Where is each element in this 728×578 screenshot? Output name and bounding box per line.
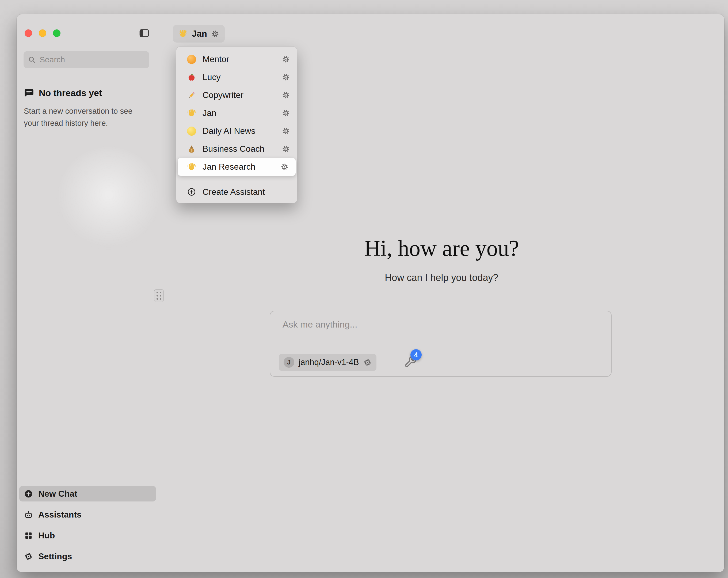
gear-icon[interactable] [282,91,290,99]
gear-icon[interactable] [282,55,290,64]
menu-item-jan[interactable]: Jan [176,104,297,122]
assistant-settings-gear-icon[interactable] [211,30,219,38]
main-area: Jan Mentor Lucy Cop [159,14,724,572]
waving-hand-emoji [178,29,188,39]
yellow-circle-emoji [187,127,196,136]
desktop-background: No threads yet Start a new conversation … [0,0,728,578]
sidebar-item-label: Settings [38,552,72,561]
money-bag-emoji [187,145,196,154]
sidebar-item-hub[interactable]: Hub [19,528,156,543]
assistants-icon [24,510,33,519]
sidebar-resize-handle[interactable] [154,289,164,302]
window-controls [25,29,60,37]
menu-item-jan-research[interactable]: Jan Research [178,158,296,176]
sidebar-item-label: Hub [38,531,55,541]
zoom-window-button[interactable] [53,29,60,37]
gear-icon[interactable] [282,73,290,81]
chat-input[interactable] [282,319,591,344]
greeting-title: Hi, how are you? [159,235,724,261]
gear-icon[interactable] [282,109,290,117]
pencil-emoji [187,91,196,100]
assistant-name: Jan [192,29,207,39]
model-avatar: J [284,357,294,368]
gear-icon[interactable] [280,163,289,171]
model-name: janhq/Jan-v1-4B [298,357,359,367]
menu-item-label: Daily AI News [203,126,275,136]
menu-item-label: Mentor [203,54,275,64]
greeting-subtitle: How can I help you today? [159,272,724,283]
background-glow [57,148,159,252]
sidebar-item-new-chat[interactable]: New Chat [19,486,156,501]
menu-item-daily-ai-news[interactable]: Daily AI News [176,122,297,140]
waving-hand-emoji [187,162,196,172]
close-window-button[interactable] [25,29,32,37]
model-selector[interactable]: J janhq/Jan-v1-4B [279,354,376,371]
sidebar-item-settings[interactable]: Settings [19,549,156,564]
sidebar-toggle-icon[interactable] [138,28,150,39]
search-input[interactable] [39,55,145,65]
menu-item-label: Copywriter [203,90,275,100]
menu-item-label: Jan [203,108,275,118]
menu-item-label: Lucy [203,72,275,82]
red-apple-emoji [187,73,196,82]
plus-circle-outline-icon [187,187,196,196]
sidebar: No threads yet Start a new conversation … [17,14,159,572]
model-settings-gear-icon[interactable] [363,358,372,367]
sidebar-item-label: Assistants [38,510,82,520]
waving-hand-emoji [187,109,196,118]
sidebar-item-assistants[interactable]: Assistants [19,507,156,522]
orange-circle-emoji [187,55,196,64]
empty-state-header: No threads yet [24,88,102,98]
tools-count-badge: 4 [410,349,422,360]
sidebar-item-label: New Chat [38,489,77,499]
assistant-menu: Mentor Lucy Copywriter Jan [176,46,297,203]
gear-icon[interactable] [282,145,290,153]
search-icon [28,56,36,64]
hub-grid-icon [24,531,33,540]
assistant-selector[interactable]: Jan [173,25,225,43]
app-window: No threads yet Start a new conversation … [17,14,724,572]
menu-item-lucy[interactable]: Lucy [176,68,297,86]
gear-icon[interactable] [282,127,290,135]
settings-gear-icon [24,552,33,561]
chat-bubble-icon [24,88,34,98]
chat-composer: J janhq/Jan-v1-4B 4 [270,311,612,377]
search-bar [24,51,149,68]
create-assistant-label: Create Assistant [203,187,265,197]
empty-state-title: No threads yet [39,88,102,98]
empty-state-description: Start a new conversation to see your thr… [24,105,146,129]
create-assistant-button[interactable]: Create Assistant [176,183,297,201]
menu-item-label: Jan Research [203,162,274,172]
plus-circle-icon [24,489,33,498]
menu-item-business-coach[interactable]: Business Coach [176,140,297,158]
menu-item-copywriter[interactable]: Copywriter [176,86,297,104]
menu-item-label: Business Coach [203,144,275,154]
menu-separator [176,180,297,180]
menu-item-mentor[interactable]: Mentor [176,50,297,68]
minimize-window-button[interactable] [39,29,46,37]
